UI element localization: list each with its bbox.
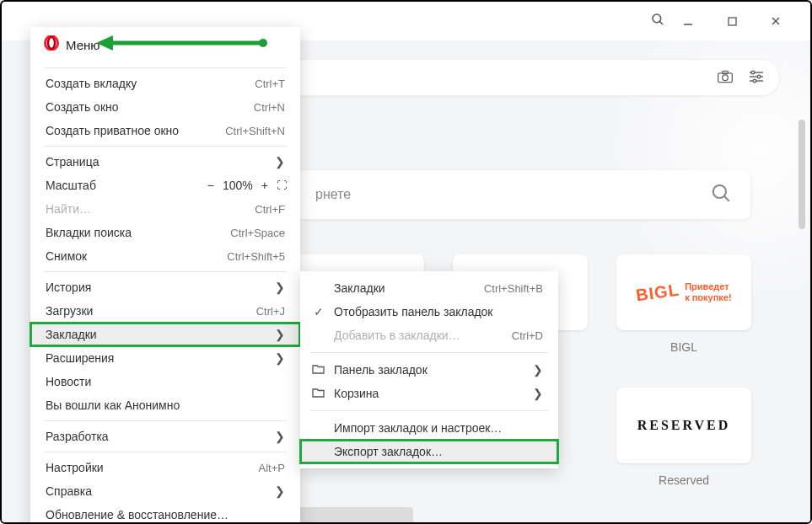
sub-bookmarks-bar[interactable]: Панель закладок❯	[300, 358, 558, 382]
sub-export[interactable]: Экспорт закладок…	[300, 440, 558, 463]
check-icon: ✓	[314, 305, 324, 318]
menu-logged-as[interactable]: Вы вошли как Анонимно	[30, 393, 300, 417]
scrollbar-thumb[interactable]	[799, 120, 805, 229]
tile-label-reserved: Reserved	[659, 473, 709, 487]
chevron-right-icon: ❯	[533, 387, 543, 400]
svg-marker-20	[96, 35, 113, 51]
tile-bigl[interactable]: BIGL Приведетк покупке!	[616, 254, 751, 330]
folder-icon	[312, 363, 325, 377]
camera-icon[interactable]	[717, 69, 734, 87]
menu-search-tabs[interactable]: Вкладки поискаCtrl+Space	[30, 221, 300, 244]
search-placeholder: рнете	[315, 187, 351, 202]
menu-extensions[interactable]: Расширения❯	[30, 346, 300, 370]
reserved-logo-text: RESERVED	[637, 418, 731, 433]
menu-develop[interactable]: Разработка❯	[30, 425, 300, 448]
svg-point-14	[753, 79, 756, 83]
chevron-right-icon: ❯	[533, 363, 543, 377]
svg-point-12	[751, 71, 755, 74]
menu-settings[interactable]: НастройкиAlt+P	[30, 456, 300, 479]
speed-dial-search[interactable]: рнете	[297, 170, 750, 219]
annotation-arrow	[94, 32, 272, 57]
menu-help[interactable]: Справка❯	[30, 479, 300, 503]
menu-news[interactable]: Новости	[30, 370, 300, 393]
minimize-button[interactable]	[674, 7, 702, 35]
search-magnifier-icon[interactable]	[710, 182, 732, 207]
bookmarks-submenu: ЗакладкиCtrl+Shift+B ✓Отобразить панель …	[300, 271, 558, 468]
chevron-right-icon: ❯	[275, 484, 285, 498]
bigl-logo-text: BIGL	[635, 280, 681, 306]
svg-point-13	[757, 75, 761, 78]
zoom-in-icon[interactable]: +	[261, 179, 268, 192]
menu-history[interactable]: История❯	[30, 275, 300, 299]
svg-point-17	[46, 36, 58, 50]
svg-point-18	[48, 37, 55, 49]
sub-bookmarks[interactable]: ЗакладкиCtrl+Shift+B	[300, 276, 558, 300]
menu-bookmarks[interactable]: Закладки❯	[30, 323, 300, 346]
sub-trash[interactable]: Корзина❯	[300, 382, 558, 405]
svg-point-0	[653, 14, 661, 23]
titlebar-search-icon[interactable]	[650, 12, 665, 30]
svg-line-1	[659, 21, 663, 24]
menu-new-tab[interactable]: Создать вкладкуCtrl+T	[30, 72, 300, 95]
sub-add-bookmark: Добавить в закладки…Ctrl+D	[300, 323, 558, 347]
chevron-right-icon: ❯	[275, 155, 285, 168]
chevron-right-icon: ❯	[275, 281, 285, 294]
menu-downloads[interactable]: ЗагрузкиCtrl+J	[30, 299, 300, 323]
menu-snapshot[interactable]: СнимокCtrl+Shift+5	[30, 244, 300, 268]
sub-show-bar[interactable]: ✓Отобразить панель закладок	[300, 300, 558, 323]
menu-update[interactable]: Обновление & восстановление…	[30, 503, 300, 524]
folder-icon	[312, 387, 325, 400]
menu-zoom[interactable]: Масштаб − 100% + ⛶	[30, 174, 300, 197]
menu-new-window[interactable]: Создать окноCtrl+N	[30, 95, 300, 119]
opera-logo-icon	[44, 35, 59, 54]
easy-setup-icon[interactable]	[749, 70, 764, 86]
svg-line-16	[724, 196, 729, 201]
svg-point-15	[713, 185, 726, 198]
fullscreen-icon[interactable]: ⛶	[277, 179, 285, 191]
tile-label-bigl: BIGL	[670, 340, 697, 354]
svg-point-7	[723, 74, 729, 80]
chevron-right-icon: ❯	[275, 430, 285, 443]
sub-import[interactable]: Импорт закладок и настроек…	[300, 416, 558, 440]
close-button[interactable]	[761, 7, 790, 35]
zoom-value: 100%	[223, 179, 253, 192]
svg-rect-3	[729, 18, 736, 25]
svg-rect-8	[723, 71, 729, 73]
zoom-out-icon[interactable]: −	[207, 179, 214, 192]
menu-find: Найти…Ctrl+F	[30, 197, 300, 221]
bottom-grey-button[interactable]	[295, 507, 413, 522]
chevron-right-icon: ❯	[275, 351, 285, 365]
chevron-right-icon: ❯	[275, 328, 285, 341]
menu-page[interactable]: Страница❯	[30, 150, 300, 174]
tile-reserved[interactable]: RESERVED	[616, 388, 751, 463]
svg-point-21	[259, 39, 267, 47]
main-menu: Меню Создать вкладкуCtrl+T Создать окноC…	[30, 27, 300, 524]
maximize-button[interactable]	[718, 7, 746, 35]
menu-new-private[interactable]: Создать приватное окноCtrl+Shift+N	[30, 119, 300, 142]
